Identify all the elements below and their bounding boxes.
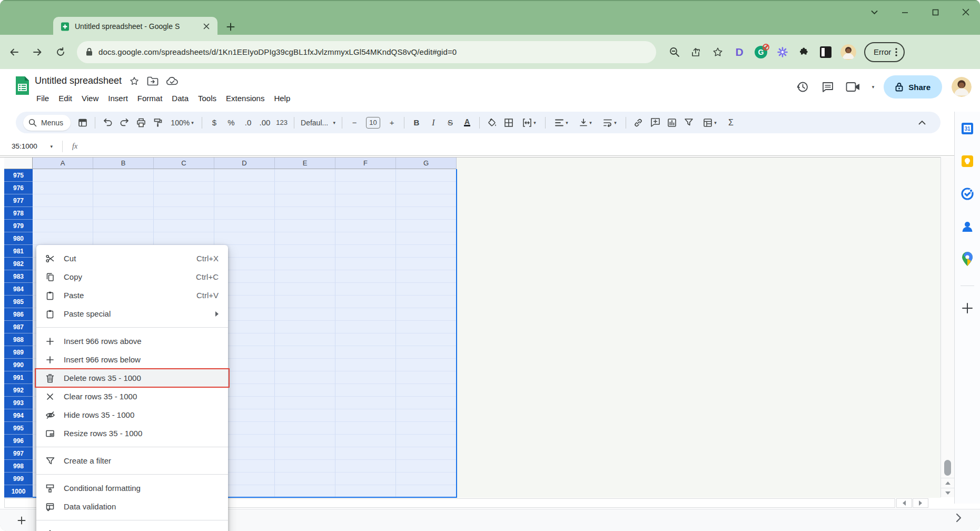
cell-C976[interactable] — [154, 182, 214, 194]
row-header-987[interactable]: 987 — [4, 321, 33, 333]
menu-item-data-validation[interactable]: Data validation — [36, 497, 228, 516]
cell-D979[interactable] — [214, 220, 275, 232]
cell-E986[interactable] — [275, 308, 335, 321]
cell-G992[interactable] — [396, 384, 457, 397]
name-box-dropdown-icon[interactable]: ▾ — [50, 144, 53, 149]
cell-E990[interactable] — [275, 359, 335, 371]
column-header-F[interactable]: F — [335, 158, 396, 169]
vertical-scrollbar-thumb[interactable] — [944, 460, 951, 476]
cell-F979[interactable] — [335, 220, 396, 232]
cloud-status-icon[interactable] — [166, 76, 179, 86]
menubar-edit[interactable]: Edit — [54, 91, 77, 105]
cell-A980[interactable] — [33, 232, 93, 245]
fill-color-icon[interactable] — [484, 115, 500, 131]
cell-E994[interactable] — [275, 409, 335, 422]
row-header-979[interactable]: 979 — [4, 220, 33, 232]
browser-profile-avatar[interactable] — [840, 44, 856, 60]
row-header-981[interactable]: 981 — [4, 245, 33, 258]
scroll-right-button[interactable] — [913, 498, 928, 508]
cell-G983[interactable] — [396, 270, 457, 283]
cell-E984[interactable] — [275, 283, 335, 296]
tab-search-icon[interactable] — [869, 7, 879, 17]
cell-G980[interactable] — [396, 232, 457, 245]
get-addons-icon[interactable] — [959, 300, 976, 317]
menu-item-copy[interactable]: CopyCtrl+C — [36, 268, 228, 286]
meet-dropdown-icon[interactable]: ▾ — [872, 84, 875, 90]
cell-G985[interactable] — [396, 296, 457, 308]
row-header-995[interactable]: 995 — [4, 422, 33, 435]
text-wrap-icon[interactable]: ▾ — [598, 115, 621, 131]
menu-item-delete-rows-35-1000[interactable]: Delete rows 35 - 1000 — [36, 369, 228, 387]
font-select[interactable]: Defaul...▾ — [299, 115, 338, 131]
print-icon[interactable] — [133, 115, 149, 131]
row-header-993[interactable]: 993 — [4, 397, 33, 409]
cell-G994[interactable] — [396, 409, 457, 422]
row-header-977[interactable]: 977 — [4, 194, 33, 207]
cell-C980[interactable] — [154, 232, 214, 245]
increase-font-size-button[interactable]: + — [384, 115, 400, 131]
bold-button[interactable]: B — [409, 115, 424, 131]
cell-E980[interactable] — [275, 232, 335, 245]
row-header-986[interactable]: 986 — [4, 308, 33, 321]
cell-F994[interactable] — [335, 409, 396, 422]
menu-item-insert-966-rows-above[interactable]: Insert 966 rows above — [36, 332, 228, 350]
row-header-984[interactable]: 984 — [4, 283, 33, 296]
cell-E979[interactable] — [275, 220, 335, 232]
bookmark-star-icon[interactable] — [711, 45, 725, 59]
add-sheet-icon[interactable] — [13, 512, 31, 529]
cell-F989[interactable] — [335, 346, 396, 359]
insert-link-icon[interactable] — [630, 115, 646, 131]
column-header-G[interactable]: G — [396, 158, 457, 169]
cell-E977[interactable] — [275, 194, 335, 207]
cell-F983[interactable] — [335, 270, 396, 283]
cell-E985[interactable] — [275, 296, 335, 308]
cell-G996[interactable] — [396, 435, 457, 447]
cell-E981[interactable] — [275, 245, 335, 258]
cell-G991[interactable] — [396, 371, 457, 384]
row-header-992[interactable]: 992 — [4, 384, 33, 397]
font-size-input[interactable]: 10 — [366, 117, 380, 129]
menubar-format[interactable]: Format — [133, 91, 167, 105]
cell-G990[interactable] — [396, 359, 457, 371]
reading-mode-icon[interactable] — [819, 45, 833, 59]
create-filter-icon[interactable] — [681, 115, 697, 131]
row-header-988[interactable]: 988 — [4, 333, 33, 346]
cell-D980[interactable] — [214, 232, 275, 245]
cell-D977[interactable] — [214, 194, 275, 207]
maximize-icon[interactable] — [930, 7, 940, 17]
cell-G984[interactable] — [396, 283, 457, 296]
cell-G989[interactable] — [396, 346, 457, 359]
menubar-extensions[interactable]: Extensions — [221, 91, 269, 105]
menus-search-button[interactable]: Menus — [23, 115, 71, 131]
cell-D978[interactable] — [214, 207, 275, 220]
forward-icon[interactable] — [28, 43, 46, 61]
cell-C979[interactable] — [154, 220, 214, 232]
cell-G981[interactable] — [396, 245, 457, 258]
cell-F992[interactable] — [335, 384, 396, 397]
version-history-icon[interactable] — [795, 79, 810, 95]
row-header-994[interactable]: 994 — [4, 409, 33, 422]
browser-menu-error-button[interactable]: Error — [864, 42, 905, 62]
cell-E978[interactable] — [275, 207, 335, 220]
menubar-data[interactable]: Data — [167, 91, 193, 105]
cell-E983[interactable] — [275, 270, 335, 283]
menu-item-clear-rows-35-1000[interactable]: Clear rows 35 - 1000 — [36, 387, 228, 406]
cell-G975[interactable] — [396, 169, 457, 182]
cell-E975[interactable] — [275, 169, 335, 182]
column-header-B[interactable]: B — [93, 158, 154, 169]
row-header-982[interactable]: 982 — [4, 258, 33, 270]
horizontal-align-icon[interactable]: ▾ — [550, 115, 573, 131]
cell-G988[interactable] — [396, 333, 457, 346]
menubar-insert[interactable]: Insert — [103, 91, 133, 105]
cell-E993[interactable] — [275, 397, 335, 409]
cell-G998[interactable] — [396, 460, 457, 473]
column-header-C[interactable]: C — [154, 158, 214, 169]
format-currency-button[interactable]: $ — [206, 115, 222, 131]
calendar-icon[interactable]: 31 — [959, 120, 976, 137]
scroll-down-button[interactable] — [941, 488, 954, 497]
browser-tab[interactable]: Untitled spreadsheet - Google S — [53, 17, 217, 36]
cell-F981[interactable] — [335, 245, 396, 258]
grammarly-icon[interactable]: G — [754, 45, 768, 59]
borders-icon[interactable] — [501, 115, 517, 131]
menu-item-resize-rows-35-1000[interactable]: Resize rows 35 - 1000 — [36, 424, 228, 442]
